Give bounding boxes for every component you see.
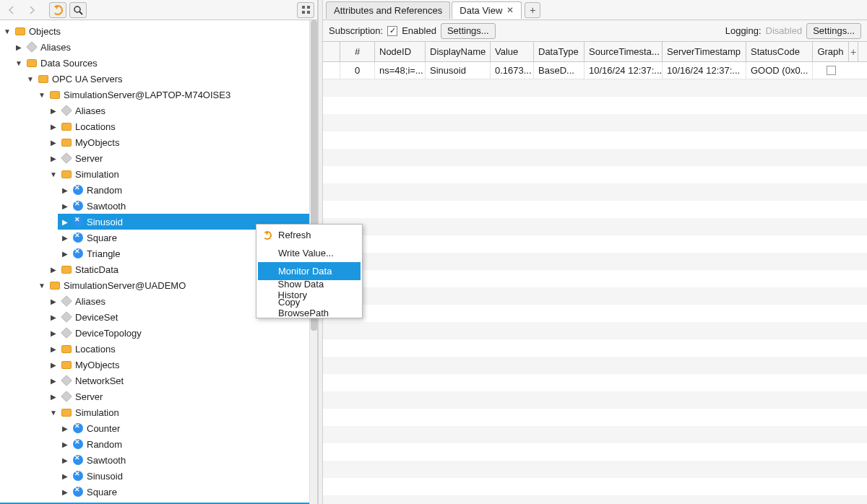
variable-icon: [72, 470, 84, 482]
caret-right-icon[interactable]: ▶: [49, 265, 58, 274]
tree-item[interactable]: ▶Aliases: [46, 103, 317, 118]
tree-item[interactable]: ▶Server: [46, 150, 317, 166]
tree-item[interactable]: ▶Random: [58, 182, 317, 198]
tree-item[interactable]: ▶Sawtooth: [58, 452, 317, 468]
caret-down-icon[interactable]: ▼: [38, 90, 46, 99]
tree-item[interactable]: ▶Random: [58, 436, 317, 452]
caret-down-icon[interactable]: ▼: [49, 170, 58, 178]
col-index[interactable]: #: [340, 42, 375, 61]
back-button[interactable]: [3, 2, 20, 18]
tree-item[interactable]: ▶MyObjects: [46, 357, 317, 373]
tree-item[interactable]: ▶Sinusoid: [58, 468, 317, 484]
search-button[interactable]: [69, 2, 87, 18]
tree-item-label: Random: [87, 439, 122, 450]
col-servertimestamp[interactable]: ServerTimestamp: [663, 42, 746, 61]
caret-right-icon[interactable]: ▶: [49, 392, 58, 401]
caret-right-icon[interactable]: ▶: [49, 154, 58, 162]
caret-right-icon[interactable]: ▶: [49, 122, 58, 131]
tree-item[interactable]: ▶MyObjects: [46, 134, 317, 150]
tree-item-label: Sinusoid: [87, 471, 123, 482]
tree-item-label: Data Sources: [40, 58, 98, 69]
context-menu-item[interactable]: Copy BrowsePath: [258, 298, 361, 316]
tree-item[interactable]: ▶DeviceTopology: [46, 325, 317, 341]
col-graph[interactable]: Graph: [813, 42, 849, 61]
tree-item[interactable]: ▶Square: [58, 484, 317, 500]
tree-item-label: SimulationServer@LAPTOP-M74OISE3: [64, 90, 230, 100]
col-add[interactable]: +: [849, 42, 858, 61]
tree-item[interactable]: ▶Sawtooth: [58, 198, 317, 214]
tree-item[interactable]: ▶NetworkSet: [46, 373, 317, 388]
cell-nodeid: ns=48;i=...: [375, 62, 426, 79]
caret-right-icon[interactable]: ▶: [49, 329, 58, 337]
caret-right-icon[interactable]: ▶: [61, 440, 69, 448]
caret-right-icon[interactable]: ▶: [61, 233, 69, 242]
caret-right-icon[interactable]: ▶: [49, 297, 58, 305]
caret-right-icon[interactable]: ▶: [61, 217, 69, 226]
graph-checkbox[interactable]: [827, 66, 836, 75]
col-value[interactable]: Value: [491, 42, 534, 61]
variable-icon: [72, 454, 84, 466]
caret-down-icon[interactable]: ▼: [3, 27, 12, 35]
caret-right-icon[interactable]: ▶: [61, 472, 69, 480]
caret-right-icon[interactable]: ▶: [61, 186, 69, 194]
col-datatype[interactable]: DataType: [534, 42, 585, 61]
caret-right-icon[interactable]: ▶: [49, 313, 58, 321]
subscription-settings-button[interactable]: Settings...: [441, 23, 496, 39]
tab-close-icon[interactable]: ✕: [506, 5, 514, 15]
tree-item[interactable]: ▶Server: [46, 388, 317, 404]
caret-right-icon[interactable]: ▶: [49, 376, 58, 385]
tree-item[interactable]: ▼Objects: [0, 23, 317, 39]
svg-rect-2: [302, 6, 305, 9]
context-menu-item[interactable]: Show Data History: [258, 280, 361, 298]
variable-icon: [72, 184, 84, 196]
add-tab-button[interactable]: +: [525, 2, 540, 18]
tree-item-label: Triangle: [87, 248, 120, 259]
caret-right-icon[interactable]: ▶: [61, 487, 69, 496]
col-statuscode[interactable]: StatusCode: [746, 42, 813, 61]
caret-right-icon[interactable]: ▶: [61, 249, 69, 258]
caret-right-icon[interactable]: ▶: [14, 43, 23, 51]
caret-right-icon[interactable]: ▶: [49, 360, 58, 369]
caret-right-icon[interactable]: ▶: [49, 344, 58, 353]
caret-down-icon[interactable]: ▼: [38, 281, 46, 290]
logging-settings-button[interactable]: Settings...: [806, 23, 861, 39]
caret-right-icon[interactable]: ▶: [61, 424, 69, 433]
tree-item[interactable]: ▶Locations: [46, 341, 317, 357]
caret-right-icon[interactable]: ▶: [49, 106, 58, 115]
col-nodeid[interactable]: NodeID: [375, 42, 426, 61]
tree-item[interactable]: ▶Aliases: [12, 39, 317, 55]
tab[interactable]: Attributes and References: [326, 1, 450, 19]
tree-item-label: Square: [87, 487, 117, 498]
grid-header[interactable]: # NodeID DisplayName Value DataType Sour…: [323, 42, 867, 62]
tree-item[interactable]: ▶Locations: [46, 118, 317, 134]
collapse-button[interactable]: [297, 2, 314, 18]
refresh-button[interactable]: [49, 2, 66, 18]
context-menu[interactable]: RefreshWrite Value...Monitor DataShow Da…: [256, 224, 363, 318]
enabled-checkbox[interactable]: ✓: [387, 26, 397, 36]
caret-down-icon[interactable]: ▼: [26, 74, 35, 83]
cell-graph[interactable]: [813, 62, 849, 79]
tree-item[interactable]: ▼OPC UA Servers: [23, 71, 317, 87]
tree-item-label: Sawtooth: [87, 455, 126, 466]
context-menu-item[interactable]: Monitor Data: [258, 262, 361, 280]
context-menu-item[interactable]: Refresh: [258, 226, 361, 244]
tree-item-label: Aliases: [75, 105, 105, 116]
caret-down-icon[interactable]: ▼: [14, 58, 23, 67]
tree-item-label: Locations: [75, 344, 116, 355]
context-menu-item[interactable]: Write Value...: [258, 244, 361, 262]
tree-item[interactable]: ▼Data Sources: [12, 55, 317, 71]
tab[interactable]: Data View✕: [452, 1, 522, 19]
caret-down-icon[interactable]: ▼: [49, 408, 58, 417]
col-sourcetimestamp[interactable]: SourceTimesta...: [585, 42, 663, 61]
tree-item[interactable]: ▼Simulation: [46, 404, 317, 420]
forward-button[interactable]: [23, 2, 40, 18]
col-displayname[interactable]: DisplayName: [426, 42, 491, 61]
tree-item[interactable]: ▼Simulation: [46, 166, 317, 182]
tree-item[interactable]: ▶Counter: [58, 420, 317, 436]
svg-rect-3: [307, 6, 310, 9]
caret-right-icon[interactable]: ▶: [61, 201, 69, 210]
table-row[interactable]: 0ns=48;i=...Sinusoid0.1673...BaseD...10/…: [323, 62, 867, 79]
caret-right-icon[interactable]: ▶: [49, 138, 58, 147]
tree-item[interactable]: ▼SimulationServer@LAPTOP-M74OISE3: [35, 87, 317, 103]
caret-right-icon[interactable]: ▶: [61, 456, 69, 464]
